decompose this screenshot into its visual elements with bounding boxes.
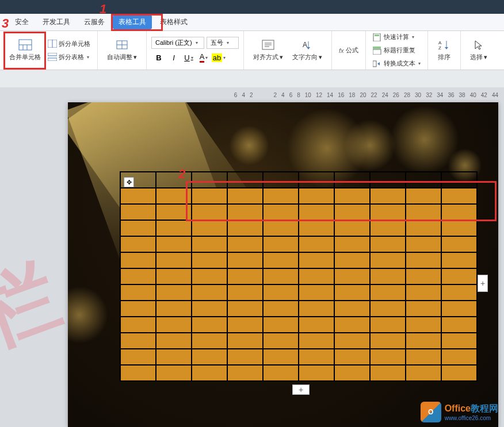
align-button[interactable]: 对齐方式▾ [249,37,288,64]
split-table-icon [48,53,57,61]
formula-button[interactable]: fx 公式 [337,41,361,59]
document-page[interactable]: ✥ + + [68,102,498,427]
font-size-select[interactable]: 五号▾ [207,37,239,49]
footer-logo: O Office教程网 www.office26.com [421,402,498,422]
split-cell-button[interactable]: 拆分单元格 [45,39,93,49]
convert-icon [373,60,382,68]
calculator-icon [373,33,382,41]
font-color-button[interactable]: A▾ [196,51,211,64]
logo-icon: O [421,402,441,422]
cursor-icon [472,39,486,51]
watermark: 栏 [0,241,74,371]
auto-fit-button[interactable]: 自动调整▾ [102,37,142,64]
annotation-label-2: 2 [178,167,185,182]
repeat-header-button[interactable]: 标题行重复 [371,45,423,56]
annotation-box-1 [111,14,163,31]
table-move-handle[interactable]: ✥ [124,177,134,187]
svg-rect-6 [48,53,57,56]
table-row [120,268,477,284]
font-name-select[interactable]: Calibri (正文)▾ [151,37,204,49]
underline-button[interactable]: U▾ [181,51,196,64]
workspace: 栏 ✥ + [0,102,504,427]
svg-marker-27 [445,47,448,49]
table-row [120,301,477,317]
svg-text:Z: Z [438,45,441,51]
annotation-box-3 [3,32,46,70]
split-cell-icon [48,40,57,48]
table-row [120,365,477,381]
footer-title-suffix: 教程网 [471,403,498,413]
annotation-label-1: 1 [100,2,106,17]
svg-rect-20 [373,47,381,49]
bokeh-circle [68,286,108,344]
table-row [120,333,477,349]
svg-rect-7 [48,58,57,61]
table-row [120,317,477,333]
quick-calc-button[interactable]: 快速计算▾ [371,32,423,43]
bokeh-circle [229,125,269,166]
dropdown-icon: ▾ [133,53,137,60]
menu-security[interactable]: 安全 [9,15,35,29]
align-icon [261,39,275,51]
svg-text:A: A [303,41,307,49]
auto-fit-icon [115,39,129,51]
text-direction-icon: A [300,39,314,51]
italic-button[interactable]: I [166,51,181,64]
split-table-button[interactable]: 拆分表格▾ [45,52,93,63]
table-row [120,236,477,252]
svg-text:A: A [438,40,442,45]
menu-cloud[interactable]: 云服务 [78,15,110,29]
ruler: 6 4 2 2 4 6 8 10 12 14 16 18 20 22 24 26… [0,87,504,102]
sort-icon: AZ [437,39,451,51]
text-direction-button[interactable]: A 文字方向▾ [288,37,327,64]
dropdown-icon: ▾ [87,55,89,60]
svg-marker-23 [377,62,380,66]
header-repeat-icon [373,47,382,55]
svg-rect-21 [373,49,381,55]
add-row-button[interactable]: + [292,384,310,395]
add-column-button[interactable]: + [478,275,488,292]
select-button[interactable]: 选择▾ [465,37,492,64]
menu-devtools[interactable]: 开发工具 [37,15,76,29]
table-row [120,220,477,236]
svg-rect-22 [373,61,376,67]
table-row [120,252,477,268]
table-row [120,349,477,365]
menu-bar: 安全 开发工具 云服务 表格工具 表格样式 [0,14,504,31]
svg-marker-28 [475,41,482,49]
bokeh-circle [344,120,396,171]
bold-button[interactable]: B [151,51,166,64]
highlight-button[interactable]: ab▾ [211,51,226,64]
table-row [120,284,477,301]
title-bar [0,0,504,14]
footer-url: www.office26.com [445,415,498,421]
annotation-label-3: 3 [2,16,9,31]
annotation-box-2 [186,181,497,221]
svg-rect-19 [375,34,379,36]
ribbon: 合并单元格 拆分单元格 拆分表格▾ 自动调整▾ Calibri (正文)▾ 五号… [0,31,504,70]
convert-text-button[interactable]: 转换成文本▾ [371,58,423,69]
sort-button[interactable]: AZ 排序 [433,37,456,64]
